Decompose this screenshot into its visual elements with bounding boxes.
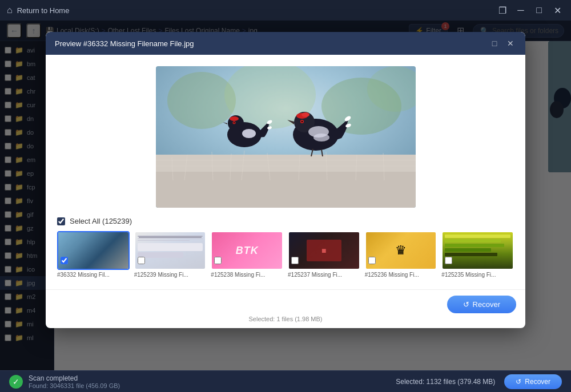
- modal-title: Preview #36332 Missing Filename File.jpg: [55, 39, 194, 48]
- thumbnail-box-1[interactable]: [134, 231, 207, 270]
- thumbnail-item-2[interactable]: BTK #125238 Missing Fi...: [211, 231, 283, 278]
- modal-close-button[interactable]: ✕: [505, 38, 516, 49]
- modal-restore-button[interactable]: □: [489, 38, 500, 49]
- statusbar: ✓ Scan completed Found: 3046331 file (45…: [0, 370, 571, 392]
- thumbnail-label-5: #125235 Missing Fi...: [441, 272, 514, 278]
- preview-image-container: [156, 66, 416, 208]
- status-right: Selected: 1132 files (379.48 MB) ↺ Recov…: [396, 374, 562, 389]
- thumbnail-label-2: #125238 Missing Fi...: [211, 272, 283, 278]
- preview-image: [156, 66, 416, 208]
- crown-icon: ♛: [395, 243, 407, 258]
- thumbnail-item-1[interactable]: #125239 Missing Fi...: [134, 231, 207, 278]
- minimize-button[interactable]: ─: [514, 3, 528, 17]
- svg-point-24: [301, 112, 309, 117]
- svg-rect-9: [156, 155, 416, 172]
- thumbnail-label-3: #125237 Missing Fi...: [288, 272, 360, 278]
- svg-point-27: [301, 121, 302, 122]
- thumbnail-item-0[interactable]: #36332 Missing Fil...: [57, 231, 130, 278]
- titlebar-controls: ❐ ─ □ ✕: [496, 3, 564, 17]
- thumbnail-box-4[interactable]: ♛: [365, 231, 437, 270]
- recover-bottom-icon: ↺: [516, 378, 521, 386]
- modal-body: Select All (125239) #36332 Missing Fil..…: [46, 55, 525, 289]
- select-all-checkbox[interactable]: [57, 217, 65, 225]
- modal-header-buttons: □ ✕: [489, 38, 516, 49]
- thumbnail-check-1[interactable]: [138, 256, 145, 266]
- svg-point-17: [234, 122, 235, 123]
- pink-thumb-text: BTK: [236, 245, 259, 257]
- thumbnail-label-0: #36332 Missing Fil...: [57, 272, 130, 278]
- svg-point-14: [230, 116, 239, 121]
- thumbnail-check-4[interactable]: [368, 256, 376, 266]
- thumbnail-item-5[interactable]: #125235 Missing Fi...: [441, 231, 514, 278]
- thumbnail-check-5[interactable]: [445, 256, 452, 266]
- close-button[interactable]: ✕: [550, 3, 564, 17]
- modal-footer: ↺ Recover Selected: 1 files (1.98 MB): [46, 289, 525, 328]
- titlebar: ⌂ Return to Home ❐ ─ □ ✕: [0, 0, 571, 21]
- thumbnail-label-1: #125239 Missing Fi...: [134, 272, 207, 278]
- thumbnail-check-2[interactable]: [214, 256, 222, 266]
- status-selected-text: Selected: 1132 files (379.48 MB): [396, 378, 495, 386]
- select-all-row: Select All (125239): [57, 217, 514, 225]
- dark-thumb-overlay: ■: [289, 232, 359, 269]
- select-all-label: Select All (125239): [70, 217, 132, 225]
- recover-label: Recover: [473, 300, 500, 309]
- thumbnail-box-2[interactable]: BTK: [211, 231, 283, 270]
- thumbnail-item-4[interactable]: ♛ #125236 Missing Fi...: [365, 231, 437, 278]
- thumbnail-box-3[interactable]: ■: [288, 231, 360, 270]
- status-text-group: Scan completed Found: 3046331 file (456.…: [29, 374, 120, 389]
- maximize-button[interactable]: □: [532, 3, 546, 17]
- thumbnail-box-0[interactable]: [57, 231, 130, 270]
- app-title: Return to Home: [17, 6, 70, 15]
- preview-modal: Preview #36332 Missing Filename File.jpg…: [46, 32, 525, 328]
- app-icon: ⌂: [7, 5, 13, 15]
- thumbnail-row: #36332 Missing Fil...: [57, 231, 514, 278]
- status-label: Scan completed: [29, 374, 120, 382]
- titlebar-left: ⌂ Return to Home: [7, 5, 69, 15]
- thumbnail-box-5[interactable]: [441, 231, 514, 270]
- recover-bottom-label: Recover: [525, 378, 550, 386]
- thumbnail-item-3[interactable]: ■ #125237 Missing Fi...: [288, 231, 360, 278]
- statusbar-recover-button[interactable]: ↺ Recover: [504, 374, 562, 389]
- recover-icon: ↺: [463, 300, 469, 309]
- status-left: ✓ Scan completed Found: 3046331 file (45…: [9, 374, 120, 389]
- status-complete-icon: ✓: [9, 375, 23, 389]
- status-found: Found: 3046331 file (456.09 GB): [29, 382, 120, 389]
- thumbnail-label-4: #125236 Missing Fi...: [365, 272, 437, 278]
- modal-recover-button[interactable]: ↺ Recover: [447, 296, 516, 313]
- svg-point-18: [242, 129, 256, 138]
- modal-overlay: Preview #36332 Missing Filename File.jpg…: [0, 21, 571, 370]
- thumbnail-check-0[interactable]: [61, 256, 68, 266]
- modal-selected-info: Selected: 1 files (1.98 MB): [248, 316, 322, 322]
- thumbnail-check-3[interactable]: [291, 256, 299, 266]
- restore-button[interactable]: ❐: [496, 3, 509, 17]
- svg-point-29: [313, 134, 329, 142]
- modal-header: Preview #36332 Missing Filename File.jpg…: [46, 32, 525, 55]
